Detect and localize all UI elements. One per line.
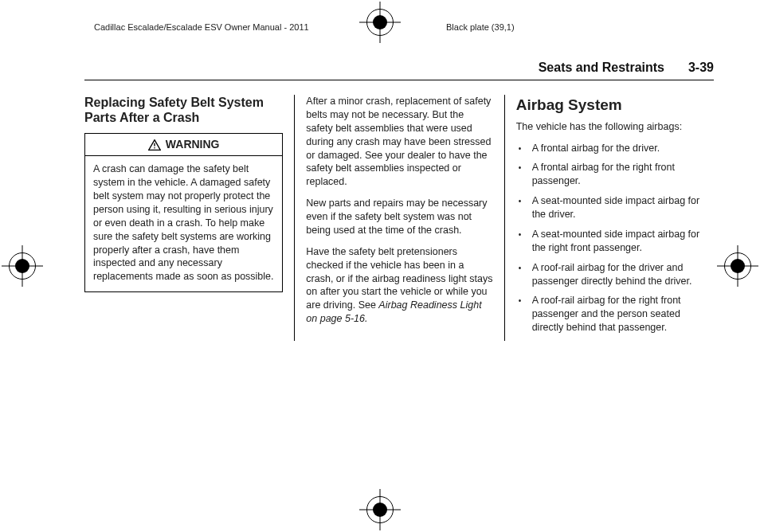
warning-triangle-icon xyxy=(148,139,161,151)
warning-header: WARNING xyxy=(85,134,282,156)
list-item: A roof-rail airbag for the driver and pa… xyxy=(516,261,714,288)
topic-heading: Replacing Safety Belt System Parts After… xyxy=(84,95,283,125)
registration-mark-icon xyxy=(2,245,43,287)
registration-mark-icon xyxy=(359,2,401,43)
body-paragraph: After a minor crash, replacement of safe… xyxy=(306,95,492,189)
body-paragraph: Have the safety belt pretensioners check… xyxy=(306,245,492,326)
list-item: A seat-mounted side impact airbag for th… xyxy=(516,194,714,221)
list-item: A roof-rail airbag for the right front p… xyxy=(516,294,714,334)
list-item: A frontal airbag for the driver. xyxy=(516,142,714,155)
registration-mark-icon xyxy=(717,245,758,287)
columns: Replacing Safety Belt System Parts After… xyxy=(84,95,714,341)
list-item: A seat-mounted side impact airbag for th… xyxy=(516,228,714,255)
svg-rect-1 xyxy=(154,147,155,148)
manual-page: Cadillac Escalade/Escalade ESV Owner Man… xyxy=(0,0,760,532)
column-3: Airbag System The vehicle has the follow… xyxy=(504,95,714,341)
registration-mark-icon xyxy=(359,489,401,530)
body-paragraph: New parts and repairs may be necessary e… xyxy=(306,197,492,237)
list-item: A frontal airbag for the right front pas… xyxy=(516,161,714,188)
intro-text: The vehicle has the following airbags: xyxy=(516,120,714,134)
airbag-list: A frontal airbag for the driver. A front… xyxy=(516,142,714,335)
section-header: Seats and Restraints 3-39 xyxy=(84,61,714,80)
page-number: 3-39 xyxy=(688,61,714,75)
warning-label: WARNING xyxy=(166,137,220,152)
warning-body: A crash can damage the safety belt syste… xyxy=(85,156,282,291)
content-frame: Seats and Restraints 3-39 Replacing Safe… xyxy=(84,61,714,484)
running-head-left: Cadillac Escalade/Escalade ESV Owner Man… xyxy=(94,22,309,32)
running-head-right: Black plate (39,1) xyxy=(446,22,515,32)
column-2: After a minor crash, replacement of safe… xyxy=(294,95,503,341)
warning-box: WARNING A crash can damage the safety be… xyxy=(84,133,283,292)
svg-rect-0 xyxy=(154,143,155,146)
section-heading: Airbag System xyxy=(516,95,714,115)
section-name: Seats and Restraints xyxy=(539,61,664,75)
column-1: Replacing Safety Belt System Parts After… xyxy=(84,95,294,341)
